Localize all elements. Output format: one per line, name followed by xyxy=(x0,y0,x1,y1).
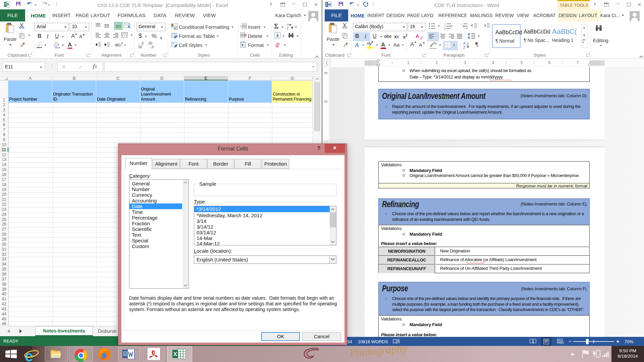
svg-text:Z: Z xyxy=(463,46,465,49)
svg-text:3: 3 xyxy=(444,28,446,30)
svg-text:i: i xyxy=(464,27,465,30)
svg-text:1: 1 xyxy=(461,23,462,25)
svg-text:1: 1 xyxy=(444,23,446,25)
svg-text:A: A xyxy=(463,42,466,45)
svg-text:2: 2 xyxy=(444,25,446,28)
